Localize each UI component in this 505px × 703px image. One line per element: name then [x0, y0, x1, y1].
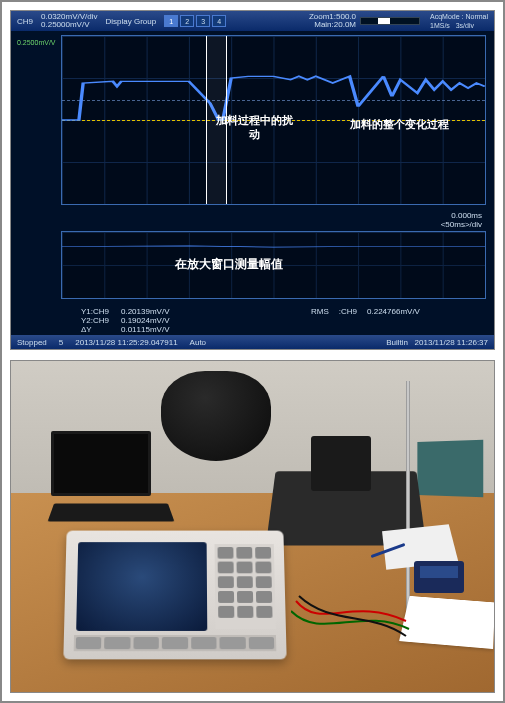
vertical-stand-pole — [406, 381, 410, 621]
display-group-label: Display Group — [106, 17, 157, 26]
lab-bench-photo — [10, 360, 495, 693]
rms-measurement: RMS :CH9 0.224766mV/V — [311, 307, 420, 316]
paper-notebook — [399, 596, 495, 649]
rms-ch: :CH9 — [339, 307, 357, 316]
zoom-position-bar[interactable] — [360, 17, 420, 25]
main-timescale-readout: 0.000ms <50ms>/div — [441, 211, 482, 229]
instrument-screen — [76, 542, 207, 631]
annotation-measure-in-zoom: 在放大窗口测量幅值 — [175, 257, 283, 271]
load-cell-sensor-block — [311, 436, 371, 491]
time-right-top: 0.000ms — [441, 211, 482, 220]
group-btn-4[interactable]: 4 — [212, 15, 226, 27]
channel-label: CH9 — [17, 17, 33, 26]
group-btn-1[interactable]: 1 — [164, 15, 178, 27]
laptop-keyboard-base — [48, 503, 175, 521]
green-parts-tray — [417, 440, 483, 497]
scope-status-bar: Stopped 5 2013/11/28 11:25:29.047911 Aut… — [11, 335, 494, 349]
meas-y2-value: 0.19024mV/V — [121, 316, 191, 325]
annotation-disturbance: 加料过程中的扰动 — [214, 113, 294, 141]
oscilloscope-recorder-instrument — [63, 531, 286, 660]
group-btn-2[interactable]: 2 — [180, 15, 194, 27]
group-btn-3[interactable]: 3 — [196, 15, 210, 27]
display-group-buttons: 1 2 3 4 — [164, 15, 226, 27]
rms-value: 0.224766mV/V — [367, 307, 420, 316]
time-div: 3s/div — [456, 22, 474, 29]
page-frame: CH9 0.0320mV/V/div 0.25000mV/V Display G… — [0, 0, 505, 703]
timestamp-right: 2013/11/28 11:26:37 — [415, 338, 488, 347]
instrument-softkey-row — [74, 635, 277, 651]
meas-y2-label: Y2:CH9 — [81, 316, 121, 325]
handheld-digital-meter — [414, 561, 464, 593]
acq-state: Stopped — [17, 338, 47, 347]
brand-label: Builtin — [386, 338, 408, 347]
acq-rate: 1MS/s — [430, 22, 450, 29]
vscale-2: 0.25000mV/V — [41, 21, 97, 29]
main-range-label: Main:20.0M — [309, 21, 356, 29]
meas-y1-label: Y1:CH9 — [81, 307, 121, 316]
scope-top-toolbar: CH9 0.0320mV/V/div 0.25000mV/V Display G… — [11, 11, 494, 31]
trigger-mode: Auto — [190, 338, 206, 347]
scope-body: 0.2500mV/V 加料过程中的扰动 加料的整个变化过程 0.000ms <5… — [11, 31, 494, 335]
annotation-whole-process: 加料的整个变化过程 — [324, 117, 474, 131]
meas-dy-label: ΔY — [81, 325, 121, 334]
laptop-computer — [51, 431, 181, 526]
left-scale-top: 0.2500mV/V — [17, 39, 56, 46]
laptop-screen — [51, 431, 151, 496]
time-right-bottom: <50ms>/div — [441, 220, 482, 229]
test-lead-cables — [291, 591, 411, 651]
cursor-measurements: Y1:CH9 0.20139mV/V Y2:CH9 0.19024mV/V ΔY… — [81, 307, 191, 334]
acq-mode-value: Normal — [465, 13, 488, 20]
acq-mode-label: AcqMode — [430, 13, 460, 20]
main-waveform-area[interactable]: 加料过程中的扰动 加料的整个变化过程 — [61, 35, 486, 205]
acq-count: 5 — [59, 338, 63, 347]
rms-label: RMS — [311, 307, 329, 316]
meas-dy-value: 0.01115mV/V — [121, 325, 191, 334]
timestamp-left: 2013/11/28 11:25:29.047911 — [75, 338, 177, 347]
meas-y1-value: 0.20139mV/V — [121, 307, 191, 316]
oscilloscope-screenshot: CH9 0.0320mV/V/div 0.25000mV/V Display G… — [10, 10, 495, 350]
instrument-button-panel — [215, 544, 276, 629]
